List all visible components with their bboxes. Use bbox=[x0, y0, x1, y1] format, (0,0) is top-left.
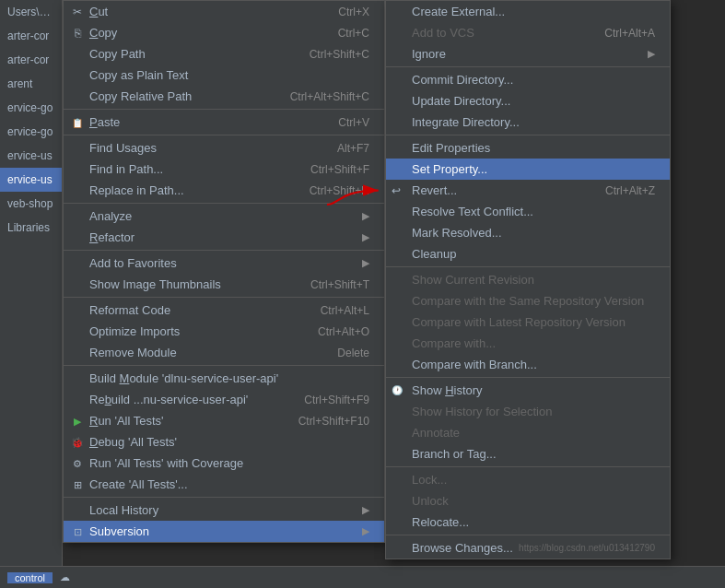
menu-label-replace-path: Replace in Path... bbox=[89, 183, 291, 197]
menu-right-edit-props[interactable]: Edit Properties bbox=[386, 137, 670, 159]
menu-right-label-show-current-rev: Show Current Revision bbox=[412, 273, 655, 287]
menu-right-label-cleanup: Cleanup bbox=[412, 247, 655, 261]
menu-label-optimize: Optimize Imports bbox=[89, 324, 299, 338]
menu-right-show-history[interactable]: 🕐 Show History bbox=[386, 380, 670, 401]
menu-right-label-relocate: Relocate... bbox=[412, 515, 655, 529]
menu-item-subversion[interactable]: Subversion ▶ bbox=[64, 521, 384, 542]
bottom-bar-control[interactable]: control bbox=[7, 572, 53, 583]
right-sep-4 bbox=[386, 377, 670, 378]
menu-item-copy-path[interactable]: Copy Path Ctrl+Shift+C bbox=[64, 43, 384, 65]
menu-right-label-compare-same: Compare with the Same Repository Version bbox=[412, 294, 655, 308]
menu-right-relocate[interactable]: Relocate... bbox=[386, 512, 670, 533]
menu-right-compare-with: Compare with... bbox=[386, 333, 670, 354]
menu-right-label-lock: Lock... bbox=[412, 473, 655, 487]
menu-label-remove-module: Remove Module bbox=[89, 346, 319, 359]
red-arrow-indicator bbox=[322, 182, 387, 210]
menu-item-local-history[interactable]: Local History ▶ bbox=[64, 500, 384, 521]
shortcut-cut: Ctrl+X bbox=[338, 6, 369, 18]
menu-label-rebuild: Rebuild ...nu-service-user-api' bbox=[89, 393, 286, 406]
analyze-arrow: ▶ bbox=[362, 210, 369, 222]
menu-right-label-show-history-sel: Show History for Selection bbox=[412, 405, 655, 418]
menu-right-compare-branch[interactable]: Compare with Branch... bbox=[386, 354, 670, 375]
shortcut-remove-module: Delete bbox=[337, 347, 369, 359]
menu-label-debug: Debug 'All Tests' bbox=[89, 435, 351, 449]
menu-right-ignore[interactable]: Ignore ▶ bbox=[386, 43, 670, 65]
menu-right-browse-changes[interactable]: Browse Changes... https://blog.csdn.net/… bbox=[386, 537, 670, 559]
debug-icon bbox=[69, 435, 86, 449]
menu-item-remove-module[interactable]: Remove Module Delete bbox=[64, 342, 384, 363]
menu-item-thumbnails[interactable]: Show Image Thumbnails Ctrl+Shift+T bbox=[64, 274, 384, 295]
sidebar-item-3: arent bbox=[0, 72, 62, 96]
menu-label-create-tests: Create 'All Tests'... bbox=[89, 477, 351, 491]
menu-item-find-path[interactable]: Find in Path... Ctrl+Shift+F bbox=[64, 159, 384, 180]
sep-1 bbox=[64, 109, 384, 110]
menu-right-label-resolve-conflict: Resolve Text Conflict... bbox=[412, 205, 655, 218]
menu-item-copy-plain[interactable]: Copy as Plain Text bbox=[64, 65, 384, 86]
menu-right-integrate-dir[interactable]: Integrate Directory... bbox=[386, 112, 670, 133]
menu-item-build[interactable]: Build Module 'dlnu-service-user-api' bbox=[64, 368, 384, 389]
shortcut-run: Ctrl+Shift+F10 bbox=[298, 415, 369, 428]
shortcut-reformat: Ctrl+Alt+L bbox=[321, 304, 369, 317]
menu-item-debug[interactable]: Debug 'All Tests' bbox=[64, 431, 384, 453]
menu-item-refactor[interactable]: Refactor ▶ bbox=[64, 227, 384, 248]
menu-item-favorites[interactable]: Add to Favorites ▶ bbox=[64, 253, 384, 274]
menu-right-commit-dir[interactable]: Commit Directory... bbox=[386, 69, 670, 90]
menu-right-label-edit-props: Edit Properties bbox=[412, 141, 655, 155]
right-sep-5 bbox=[386, 466, 670, 467]
menu-right-set-property[interactable]: Set Property... bbox=[386, 159, 670, 180]
menu-right-label-commit-dir: Commit Directory... bbox=[412, 73, 655, 87]
menu-right-show-current-rev: Show Current Revision bbox=[386, 269, 670, 290]
menu-right-label-ignore: Ignore bbox=[412, 47, 640, 61]
history-icon: 🕐 bbox=[392, 385, 403, 395]
menu-item-paste[interactable]: Paste Ctrl+V bbox=[64, 112, 384, 133]
menu-item-cut[interactable]: Cut Ctrl+X bbox=[64, 1, 384, 22]
menu-label-find-usages: Find Usages bbox=[89, 141, 319, 155]
menu-label-cut: Cut bbox=[89, 5, 320, 18]
menu-item-copy-relative[interactable]: Copy Relative Path Ctrl+Alt+Shift+C bbox=[64, 86, 384, 107]
menu-right-label-create-external: Create External... bbox=[412, 5, 637, 18]
menu-label-refactor: Refactor bbox=[89, 230, 355, 244]
menu-right-compare-same: Compare with the Same Repository Version bbox=[386, 290, 670, 312]
right-sep-6 bbox=[386, 535, 670, 535]
menu-right-cleanup[interactable]: Cleanup bbox=[386, 243, 670, 265]
menu-label-reformat: Reformat Code bbox=[89, 303, 302, 317]
refactor-arrow: ▶ bbox=[362, 231, 369, 243]
menu-item-copy[interactable]: Copy Ctrl+C bbox=[64, 22, 384, 43]
subversion-arrow: ▶ bbox=[362, 525, 369, 537]
shortcut-thumbnails: Ctrl+Shift+T bbox=[310, 278, 369, 291]
sidebar-item-5: ervice-go bbox=[0, 120, 62, 144]
right-sep-2 bbox=[386, 135, 670, 135]
menu-right-compare-latest: Compare with Latest Repository Version bbox=[386, 312, 670, 333]
create-tests-icon bbox=[69, 477, 86, 491]
menu-right-resolve-conflict[interactable]: Resolve Text Conflict... bbox=[386, 201, 670, 222]
sidebar-item-4: ervice-go bbox=[0, 96, 62, 120]
sidebar-item-7[interactable]: ervice-us bbox=[0, 168, 62, 192]
menu-right-revert[interactable]: ↩ Revert... Ctrl+Alt+Z bbox=[386, 180, 670, 201]
menu-right-label-unlock: Unlock bbox=[412, 494, 655, 508]
menu-right-label-browse-changes: Browse Changes... bbox=[412, 541, 515, 555]
menu-item-coverage[interactable]: Run 'All Tests' with Coverage bbox=[64, 453, 384, 474]
menu-item-find-usages[interactable]: Find Usages Alt+F7 bbox=[64, 137, 384, 159]
menu-label-run: Run 'All Tests' bbox=[89, 414, 280, 428]
shortcut-paste: Ctrl+V bbox=[338, 116, 369, 129]
menu-item-run[interactable]: Run 'All Tests' Ctrl+Shift+F10 bbox=[64, 410, 384, 431]
menu-right-create-external[interactable]: Create External... bbox=[386, 1, 670, 22]
shortcut-rebuild: Ctrl+Shift+F9 bbox=[304, 394, 369, 406]
watermark-text: https://blog.csdn.net/u013412790 bbox=[519, 543, 655, 553]
menu-label-copy: Copy bbox=[89, 26, 320, 40]
menu-item-reformat[interactable]: Reformat Code Ctrl+Alt+L bbox=[64, 300, 384, 321]
menu-item-optimize[interactable]: Optimize Imports Ctrl+Alt+O bbox=[64, 321, 384, 342]
menu-item-rebuild[interactable]: Rebuild ...nu-service-user-api' Ctrl+Shi… bbox=[64, 389, 384, 410]
menu-right-label-mark-resolved: Mark Resolved... bbox=[412, 226, 655, 240]
revert-icon: ↩ bbox=[392, 184, 401, 197]
menu-right-label-revert: Revert... bbox=[412, 183, 587, 197]
menu-right-mark-resolved[interactable]: Mark Resolved... bbox=[386, 222, 670, 243]
menu-right-update-dir[interactable]: Update Directory... bbox=[386, 90, 670, 112]
menu-item-create-tests[interactable]: Create 'All Tests'... bbox=[64, 474, 384, 495]
shortcut-copy-relative: Ctrl+Alt+Shift+C bbox=[290, 90, 369, 103]
right-context-menu: Create External... Add to VCS Ctrl+Alt+A… bbox=[385, 0, 671, 559]
menu-right-label-integrate-dir: Integrate Directory... bbox=[412, 115, 655, 129]
menu-right-branch-tag[interactable]: Branch or Tag... bbox=[386, 443, 670, 465]
paste-icon bbox=[69, 115, 86, 129]
sidebar-item-0: Users\Mind bbox=[0, 0, 62, 24]
